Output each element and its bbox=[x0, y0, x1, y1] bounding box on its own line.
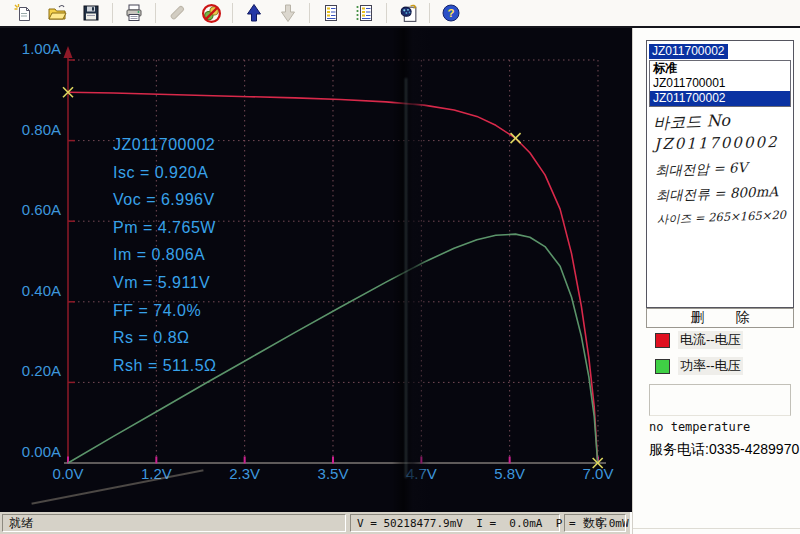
y-tick-label: 1.00A bbox=[22, 40, 61, 57]
right-panel: JZ011700002 标准 JZ011700001 JZ011700002 바… bbox=[632, 28, 800, 534]
record-listbox[interactable]: 标准 JZ011700001 JZ011700002 bbox=[649, 60, 791, 107]
x-tick-label: 4.7V bbox=[406, 465, 437, 482]
save-button[interactable] bbox=[76, 1, 106, 25]
handwritten-note-line: JZ011700002 bbox=[654, 133, 789, 153]
x-tick-label: 2.3V bbox=[229, 465, 260, 482]
report-detail-icon bbox=[355, 3, 375, 23]
measurement-readout: JZ011700002Isc = 0.920AVoc = 6.996VPm = … bbox=[113, 136, 217, 374]
curve-legend: 电流--电压 功率--电压 bbox=[655, 333, 743, 385]
x-tick-label: 7.0V bbox=[583, 465, 614, 482]
open-folder-icon bbox=[47, 3, 67, 23]
help-icon: ? bbox=[441, 3, 461, 23]
status-ready-text: 就绪 bbox=[2, 514, 346, 532]
readout-line: JZ011700002 bbox=[113, 136, 215, 153]
x-tick-label: 3.5V bbox=[318, 465, 349, 482]
report-icon bbox=[321, 3, 341, 23]
handwritten-note-line: 바코드 No bbox=[653, 109, 789, 135]
edit-tool-button-disabled bbox=[162, 1, 192, 25]
x-tick-label: 1.2V bbox=[141, 465, 172, 482]
readout-line: Im = 0.806A bbox=[113, 246, 205, 263]
new-document-icon bbox=[13, 3, 33, 23]
edit-disabled-icon bbox=[167, 3, 187, 23]
delete-button[interactable]: 删 除 bbox=[646, 308, 794, 328]
toolbar: ? bbox=[0, 0, 800, 28]
print-icon bbox=[124, 3, 144, 23]
report-detail-button[interactable] bbox=[350, 1, 380, 25]
new-document-button[interactable] bbox=[8, 1, 38, 25]
stop-test-icon bbox=[201, 3, 222, 24]
record-id-field[interactable]: JZ011700002 bbox=[649, 43, 791, 59]
iv-curve-chart: 0.00A0.20A0.40A0.60A0.80A1.00A0.0V1.2V2.… bbox=[0, 28, 632, 512]
readout-line: Pm = 4.765W bbox=[113, 219, 216, 236]
no-temperature-text: no temperature bbox=[649, 420, 750, 434]
service-phone-text: 服务电话:0335-4289970 bbox=[649, 441, 799, 459]
y-tick-label: 0.80A bbox=[22, 121, 61, 138]
open-file-button[interactable] bbox=[42, 1, 72, 25]
toolbar-separator bbox=[309, 3, 310, 23]
toolbar-separator bbox=[155, 3, 156, 23]
status-mode-indicator: 数字 bbox=[564, 514, 626, 532]
status-measurement-readout: V = 50218477.9mV I = 0.0mA P = 0.0mW bbox=[350, 514, 560, 532]
save-floppy-icon bbox=[81, 3, 101, 23]
readout-line: FF = 74.0% bbox=[113, 302, 201, 319]
y-tick-label: 0.60A bbox=[22, 201, 61, 218]
page-edge-line bbox=[633, 528, 800, 529]
toolbar-separator bbox=[232, 3, 233, 23]
move-down-button-disabled bbox=[273, 1, 303, 25]
legend-row-power-voltage: 功率--电压 bbox=[655, 359, 743, 373]
handwritten-note-line: 최대전압 = 6V bbox=[655, 158, 791, 181]
axis-labels: 0.00A0.20A0.40A0.60A0.80A1.00A0.0V1.2V2.… bbox=[22, 40, 614, 482]
handwritten-note-line: 최대전류 = 800mA bbox=[656, 183, 792, 206]
record-id-selected-text: JZ011700002 bbox=[649, 44, 728, 59]
report-button[interactable] bbox=[316, 1, 346, 25]
list-item-standard[interactable]: 标准 bbox=[650, 61, 790, 76]
power-voltage-swatch bbox=[655, 359, 670, 374]
handwritten-note-line: 사이즈 = 265×165×20 bbox=[657, 208, 792, 228]
readout-line: Voc = 6.996V bbox=[113, 191, 215, 208]
current-voltage-swatch bbox=[655, 333, 670, 348]
x-tick-label: 5.8V bbox=[494, 465, 525, 482]
arrow-up-icon bbox=[244, 3, 264, 23]
legend-row-current-voltage: 电流--电压 bbox=[655, 333, 743, 347]
print-button[interactable] bbox=[119, 1, 149, 25]
export-chart-button[interactable] bbox=[393, 1, 423, 25]
readout-line: Rs = 0.8Ω bbox=[113, 329, 190, 346]
y-tick-label: 0.00A bbox=[22, 443, 61, 460]
help-button[interactable]: ? bbox=[436, 1, 466, 25]
x-tick-label: 0.0V bbox=[53, 465, 84, 482]
iv-tester-window: ? 0.00A0.20A0.40A0.60A0.80A1.00A0.0V1.2V… bbox=[0, 0, 800, 534]
y-tick-label: 0.40A bbox=[22, 282, 61, 299]
delete-button-label-right: 除 bbox=[736, 309, 750, 327]
readout-line: Vm = 5.911V bbox=[113, 274, 210, 291]
arrow-down-icon bbox=[278, 3, 298, 23]
stop-test-button[interactable] bbox=[196, 1, 226, 25]
empty-field-box bbox=[649, 384, 791, 416]
export-chart-icon bbox=[398, 3, 419, 24]
handwritten-notes: 바코드 No JZ011700002 최대전압 = 6V 최대전류 = 800m… bbox=[653, 109, 792, 228]
list-item[interactable]: JZ011700001 bbox=[650, 76, 790, 91]
toolbar-separator bbox=[386, 3, 387, 23]
y-tick-label: 0.20A bbox=[22, 362, 61, 379]
list-item-selected[interactable]: JZ011700002 bbox=[650, 91, 790, 106]
legend-label: 功率--电压 bbox=[678, 357, 743, 375]
move-up-button[interactable] bbox=[239, 1, 269, 25]
svg-text:?: ? bbox=[447, 7, 454, 19]
iv-curve-plot-area: 0.00A0.20A0.40A0.60A0.80A1.00A0.0V1.2V2.… bbox=[0, 28, 632, 512]
delete-button-label-left: 删 bbox=[691, 309, 705, 327]
status-bar: 就绪 V = 50218477.9mV I = 0.0mA P = 0.0mW … bbox=[0, 512, 630, 534]
readout-line: Isc = 0.920A bbox=[113, 164, 208, 181]
toolbar-separator bbox=[429, 3, 430, 23]
record-panel: JZ011700002 标准 JZ011700001 JZ011700002 바… bbox=[646, 40, 794, 308]
readout-line: Rsh = 511.5Ω bbox=[113, 357, 217, 374]
toolbar-separator bbox=[112, 3, 113, 23]
legend-label: 电流--电压 bbox=[678, 331, 743, 349]
